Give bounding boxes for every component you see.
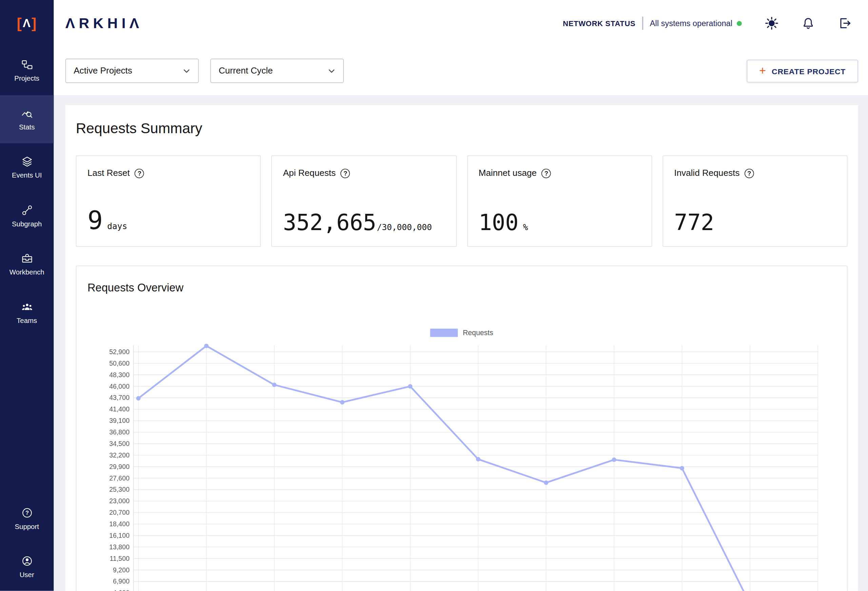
sidebar-item-label: Teams (16, 317, 37, 325)
header-right: NETWORK STATUS All systems operational (563, 16, 852, 31)
network-status-label: NETWORK STATUS (563, 19, 635, 27)
stats-icon (21, 107, 33, 119)
chevron-down-icon (328, 67, 336, 75)
plus-icon: + (759, 65, 766, 76)
arkhia-dashboard: [Λ] Projects Stats (0, 0, 868, 591)
legend-swatch (430, 329, 458, 337)
sidebar-item-projects[interactable]: Projects (0, 46, 53, 95)
sidebar-item-subgraph[interactable]: Subgraph (0, 192, 53, 240)
svg-text:?: ? (25, 510, 28, 516)
stat-card-mainnet-usage: Mainnet usage ? 100 % (467, 156, 652, 247)
help-icon[interactable]: ? (745, 168, 754, 178)
page-title: Requests Summary (65, 105, 858, 137)
stat-card-value-row: 352,665 /30,000,000 (283, 210, 445, 235)
svg-text:18,400: 18,400 (109, 520, 130, 528)
stat-card-value-row: 772 (674, 210, 836, 235)
svg-text:34,500: 34,500 (109, 440, 130, 447)
svg-text:6,900: 6,900 (113, 578, 130, 585)
sidebar-item-label: Events UI (12, 172, 42, 180)
filter-toolbar: Active Projects Current Cycle + CREATE P… (53, 46, 868, 95)
stat-card-header: Api Requests ? (283, 168, 445, 178)
svg-text:16,100: 16,100 (109, 532, 130, 539)
sidebar-item-events-ui[interactable]: Events UI (0, 143, 53, 192)
brightness-icon (765, 16, 779, 30)
stat-value: 100 (478, 210, 518, 235)
sidebar: [Λ] Projects Stats (0, 0, 53, 591)
help-icon[interactable]: ? (135, 168, 145, 178)
sidebar-item-teams[interactable]: Teams (0, 288, 53, 337)
sidebar-item-workbench[interactable]: Workbench (0, 240, 53, 289)
chart-title: Requests Overview (87, 281, 836, 295)
svg-text:9,200: 9,200 (113, 566, 130, 574)
header-divider (642, 16, 643, 30)
stat-card-header: Last Reset ? (87, 168, 249, 178)
stat-card-api-requests: Api Requests ? 352,665 /30,000,000 (271, 156, 456, 247)
main-content-area: Requests Summary Last Reset ? 9 days Api… (53, 95, 868, 591)
active-projects-dropdown-value: Active Projects (74, 66, 132, 75)
svg-text:4,600: 4,600 (113, 589, 130, 591)
svg-text:46,000: 46,000 (109, 383, 130, 390)
brightness-toggle-button[interactable] (764, 16, 779, 31)
chart-legend[interactable]: Requests (87, 329, 836, 337)
sidebar-item-label: Workbench (9, 268, 44, 276)
stat-card-header: Mainnet usage ? (478, 168, 640, 178)
stat-card-label: Invalid Requests (674, 168, 740, 178)
sidebar-item-label: User (20, 571, 34, 579)
stat-card-value-row: 9 days (87, 205, 249, 235)
active-projects-dropdown[interactable]: Active Projects (65, 59, 199, 83)
svg-text:32,200: 32,200 (109, 451, 130, 459)
sidebar-item-label: Support (15, 523, 38, 531)
notifications-bell-icon (801, 16, 815, 30)
sidebar-item-stats[interactable]: Stats (0, 95, 53, 143)
sidebar-item-support[interactable]: ? Support (0, 494, 53, 542)
stat-unit: days (107, 221, 127, 231)
subgraph-icon (21, 204, 33, 216)
sidebar-item-label: Subgraph (12, 220, 42, 228)
system-status-text: All systems operational (650, 19, 732, 28)
stat-card-label: Mainnet usage (478, 168, 536, 178)
svg-text:50,600: 50,600 (109, 360, 130, 367)
help-icon[interactable]: ? (341, 168, 350, 178)
svg-text:13,800: 13,800 (109, 543, 130, 551)
logout-button[interactable] (837, 16, 853, 31)
create-project-button[interactable]: + CREATE PROJECT (747, 60, 858, 83)
stat-unit: % (523, 222, 528, 232)
svg-text:41,400: 41,400 (109, 405, 130, 413)
svg-text:43,700: 43,700 (109, 394, 130, 401)
support-icon: ? (21, 507, 33, 519)
create-project-label: CREATE PROJECT (772, 67, 846, 75)
stat-card-value-row: 100 % (478, 210, 640, 235)
svg-text:48,300: 48,300 (109, 371, 130, 379)
current-cycle-dropdown-value: Current Cycle (219, 66, 273, 75)
sidebar-item-label: Projects (14, 75, 39, 83)
svg-text:52,900: 52,900 (109, 348, 130, 355)
legend-label: Requests (463, 329, 493, 337)
stat-card-label: Api Requests (283, 168, 336, 178)
sidebar-item-label: Stats (19, 123, 35, 131)
stat-value: 772 (674, 210, 714, 235)
requests-summary-panel: Requests Summary Last Reset ? 9 days Api… (65, 105, 858, 591)
stat-card-label: Last Reset (87, 168, 130, 178)
sidebar-spacer (0, 337, 53, 494)
chart-area: 52,90050,60048,30046,00043,70041,40039,1… (87, 342, 836, 591)
teams-icon (21, 301, 33, 313)
stat-value: 352,665 (283, 210, 376, 235)
svg-text:25,300: 25,300 (109, 486, 130, 493)
projects-icon (21, 59, 33, 71)
stat-card-last-reset: Last Reset ? 9 days (76, 156, 261, 247)
svg-text:39,100: 39,100 (109, 417, 130, 424)
help-icon[interactable]: ? (542, 168, 551, 178)
svg-text:23,000: 23,000 (109, 497, 130, 505)
events-ui-icon (21, 156, 33, 168)
stat-unit: /30,000,000 (377, 222, 432, 232)
notifications-button[interactable] (800, 16, 816, 31)
status-ok-dot (737, 21, 742, 26)
sidebar-item-user[interactable]: User (0, 542, 53, 591)
arkhia-wordmark[interactable]: ΛRKHIΛ (65, 15, 143, 32)
requests-line-chart: 52,90050,60048,30046,00043,70041,40039,1… (87, 342, 848, 591)
svg-text:29,900: 29,900 (109, 463, 130, 470)
current-cycle-dropdown[interactable]: Current Cycle (210, 59, 344, 83)
svg-text:20,700: 20,700 (109, 508, 130, 516)
svg-text:11,500: 11,500 (110, 555, 130, 562)
arkhia-logo-icon[interactable]: [Λ] (0, 0, 53, 46)
